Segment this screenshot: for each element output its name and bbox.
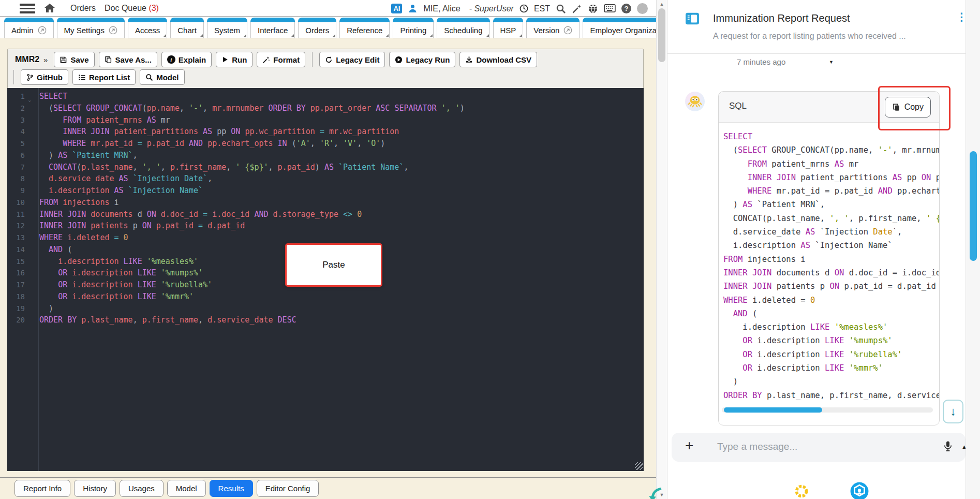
- pane-scrollbar[interactable]: ▲ ▼: [656, 0, 667, 499]
- bottom-tab-editor-config[interactable]: Editor Config: [257, 480, 319, 497]
- toolbar-row-2: GitHubReport ListModel: [11, 69, 640, 85]
- paste-button-overlay[interactable]: Paste: [285, 243, 382, 287]
- bot-avatar: [685, 92, 705, 111]
- button-label: Legacy Edit: [336, 55, 379, 64]
- sql-message-card: SQL Copy SELECT (SELECT GROUP_CONCAT(pp.…: [718, 91, 940, 425]
- nav-tab-scheduling[interactable]: Scheduling: [437, 18, 489, 38]
- nav-tab-orders[interactable]: Orders: [298, 18, 336, 38]
- button-label: Run: [232, 55, 247, 64]
- format-button[interactable]: Format: [257, 52, 305, 67]
- report-name: MMR2: [15, 55, 39, 64]
- nav-orders-link[interactable]: Orders: [70, 4, 96, 13]
- wand-icon[interactable]: [572, 4, 582, 14]
- nav-tab-printing[interactable]: Printing: [393, 18, 434, 38]
- panel-toggle-icon[interactable]: [685, 11, 700, 28]
- nav-tab-chart[interactable]: Chart: [170, 18, 204, 38]
- user-name[interactable]: MIE, Alice: [423, 4, 460, 13]
- run-button[interactable]: Run: [216, 52, 253, 67]
- save-as-button[interactable]: Save As...: [99, 52, 157, 67]
- play-circle-icon: [395, 56, 403, 64]
- code-line: 1⌄SELECT: [7, 91, 644, 102]
- nav-tab-reference[interactable]: Reference: [339, 18, 390, 38]
- nav-tab-admin[interactable]: Admin: [4, 18, 54, 38]
- home-icon[interactable]: [43, 2, 56, 17]
- sun-app-icon[interactable]: [792, 481, 811, 499]
- explain-button[interactable]: iExplain: [161, 52, 212, 67]
- code-line: 7 CONCAT(p.last_name, ', ', p.first_name…: [7, 162, 644, 173]
- bottom-tab-history[interactable]: History: [74, 480, 116, 497]
- nav-tab-hsp[interactable]: HSP: [493, 18, 524, 38]
- ai-badge[interactable]: AI: [391, 4, 402, 13]
- search-icon[interactable]: [556, 4, 566, 14]
- nav-tab-my-settings[interactable]: My Settings: [57, 18, 125, 38]
- scroll-up-icon[interactable]: ▲: [657, 2, 667, 7]
- legacy-run-button[interactable]: Legacy Run: [389, 52, 455, 67]
- nav-doc-queue-link[interactable]: Doc Queue (3): [105, 4, 159, 13]
- floppy-icon: [60, 56, 67, 64]
- save-button[interactable]: Save: [54, 52, 94, 67]
- info-icon: i: [167, 55, 175, 64]
- bottom-tab-model[interactable]: Model: [167, 480, 206, 497]
- report-list-button[interactable]: Report List: [72, 69, 136, 85]
- code-line: FROM injections i: [723, 253, 939, 266]
- download-csv-button[interactable]: Download CSV: [459, 52, 537, 67]
- nav-tab-access[interactable]: Access: [128, 18, 167, 38]
- globe-icon[interactable]: [588, 4, 598, 14]
- code-line: 19 ): [7, 303, 644, 315]
- button-label: Save: [70, 55, 88, 64]
- window-scrollbar[interactable]: [966, 0, 980, 499]
- app-window: Orders Doc Queue (3) AI MIE, Alice - Sup…: [0, 0, 980, 499]
- legacy-edit-button[interactable]: Legacy Edit: [319, 52, 385, 67]
- top-bar: Orders Doc Queue (3) AI MIE, Alice - Sup…: [0, 0, 656, 17]
- bottom-tab-report-info[interactable]: Report Info: [14, 480, 70, 497]
- line-number: 4: [7, 126, 31, 138]
- message-input[interactable]: Type a message...: [717, 441, 797, 452]
- scrollbar-thumb[interactable]: [970, 151, 977, 261]
- gutter-divider: [38, 88, 39, 471]
- tab-cap: [250, 18, 295, 22]
- back-arrow-icon[interactable]: [647, 487, 663, 499]
- code-line: ): [723, 375, 939, 388]
- blue-app-icon[interactable]: [850, 481, 869, 499]
- tab-label: Orders: [305, 26, 329, 35]
- copy-icon: [105, 56, 112, 64]
- avatar[interactable]: [637, 3, 648, 14]
- button-label: Report List: [89, 73, 130, 82]
- tab-cap: [128, 18, 167, 22]
- line-number: 10: [7, 197, 31, 209]
- code-line: AND (: [723, 307, 939, 320]
- scrollbar-thumb[interactable]: [724, 407, 822, 413]
- microphone-icon[interactable]: [943, 441, 953, 454]
- resize-grip[interactable]: [635, 462, 643, 470]
- bottom-tab-bar: Report InfoHistoryUsagesModelResultsEdit…: [0, 477, 656, 499]
- scrollbar-thumb[interactable]: [658, 8, 665, 62]
- keyboard-icon[interactable]: [604, 4, 616, 13]
- nav-tab-system[interactable]: System: [207, 18, 247, 38]
- dropdown-fold-icon: [243, 34, 246, 37]
- line-number: 20: [7, 314, 31, 326]
- model-button[interactable]: Model: [140, 69, 184, 85]
- nav-tab-version[interactable]: Version: [526, 18, 580, 38]
- tab-cap: [57, 18, 125, 22]
- line-number: 8: [7, 173, 31, 185]
- github-button[interactable]: GitHub: [21, 69, 68, 85]
- attach-icon[interactable]: +: [685, 437, 693, 454]
- tab-label: Interface: [258, 26, 288, 35]
- code-line: FROM patient_mrns AS mr: [723, 157, 939, 171]
- button-label: Legacy Run: [406, 55, 450, 64]
- nav-tab-interface[interactable]: Interface: [250, 18, 295, 38]
- tab-label: My Settings: [64, 26, 105, 35]
- undo-icon: [325, 56, 333, 64]
- code-horizontal-scrollbar[interactable]: [722, 407, 933, 413]
- external-link-icon: [563, 26, 572, 35]
- code-line: 6 ) AS `Patient MRN`,: [7, 150, 644, 162]
- code-line: i.description AS `Injection Name`: [723, 239, 939, 252]
- bottom-tab-results[interactable]: Results: [210, 480, 253, 497]
- expander-icon[interactable]: »: [43, 55, 48, 64]
- timestamp-caret-icon[interactable]: ▼: [829, 60, 834, 65]
- nav-tab-employer-organizations[interactable]: Employer Organizations: [583, 18, 656, 38]
- help-icon[interactable]: ?: [621, 4, 631, 13]
- scroll-to-bottom-button[interactable]: ↓: [943, 400, 963, 423]
- hamburger-menu-icon[interactable]: [20, 4, 35, 13]
- bottom-tab-usages[interactable]: Usages: [120, 480, 164, 497]
